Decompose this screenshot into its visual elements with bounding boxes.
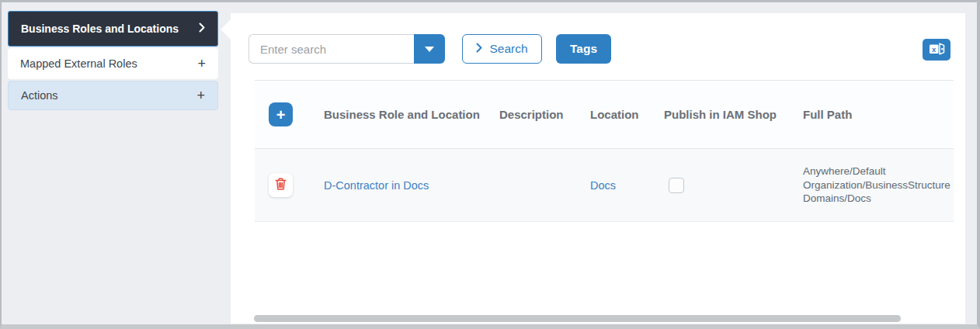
- column-header-location: Location: [590, 108, 664, 121]
- add-row-button[interactable]: +: [269, 102, 293, 126]
- sidebar-item-label: Actions: [21, 89, 58, 102]
- table-header-row: + Business Role and Location Description…: [255, 81, 954, 148]
- row-actions-cell: [255, 173, 324, 197]
- sidebar-item-label: Mapped External Roles: [20, 57, 137, 70]
- svg-text:x: x: [932, 44, 937, 53]
- plus-icon: +: [196, 88, 205, 102]
- cell-publish: [664, 178, 803, 193]
- plus-icon: +: [276, 107, 286, 123]
- tags-button-label: Tags: [570, 42, 597, 55]
- plus-icon: +: [197, 57, 206, 71]
- sidebar-item-mapped-external-roles[interactable]: Mapped External Roles +: [8, 48, 218, 79]
- cell-business-role: D-Contractor in Docs: [324, 178, 499, 192]
- active-item-pointer: [221, 19, 231, 40]
- app-window: Business Roles and Locations Mapped Exte…: [0, 0, 980, 329]
- tags-button[interactable]: Tags: [556, 34, 611, 64]
- delete-row-button[interactable]: [269, 173, 293, 197]
- horizontal-scrollbar-thumb[interactable]: [254, 315, 901, 322]
- chevron-right-icon: [476, 42, 482, 56]
- full-path-text: Anywhere/Default Organization/BusinessSt…: [803, 164, 954, 206]
- table-row: D-Contractor in Docs Docs Anywhere/Defau…: [255, 148, 954, 222]
- cell-full-path: Anywhere/Default Organization/BusinessSt…: [803, 164, 954, 206]
- sidebar-item-label: Business Roles and Locations: [21, 23, 179, 35]
- excel-export-button[interactable]: x: [923, 39, 950, 61]
- search-dropdown-button[interactable]: [414, 34, 445, 64]
- sidebar-item-business-roles-and-locations[interactable]: Business Roles and Locations: [8, 11, 218, 47]
- add-column-header: +: [255, 102, 324, 126]
- caret-down-icon: [425, 47, 434, 52]
- main-panel: Search Tags x +: [231, 13, 965, 324]
- location-link[interactable]: Docs: [590, 179, 616, 192]
- search-input[interactable]: [248, 34, 414, 64]
- column-header-description: Description: [499, 108, 590, 121]
- sidebar-item-actions[interactable]: Actions +: [8, 81, 218, 110]
- business-role-link[interactable]: D-Contractor in Docs: [324, 179, 429, 192]
- publish-checkbox[interactable]: [669, 178, 684, 193]
- chevron-right-icon: [199, 23, 205, 35]
- trash-icon: [275, 178, 287, 192]
- column-header-publish: Publish in IAM Shop: [664, 108, 803, 121]
- cell-location: Docs: [590, 178, 664, 192]
- column-header-full-path: Full Path: [803, 108, 954, 121]
- search-button[interactable]: Search: [462, 34, 542, 64]
- search-button-label: Search: [489, 42, 527, 56]
- column-header-business-role: Business Role and Location: [324, 108, 499, 121]
- business-roles-table: + Business Role and Location Description…: [255, 80, 954, 222]
- sidebar: Business Roles and Locations Mapped Exte…: [2, 2, 231, 324]
- excel-export-icon: x: [928, 42, 945, 58]
